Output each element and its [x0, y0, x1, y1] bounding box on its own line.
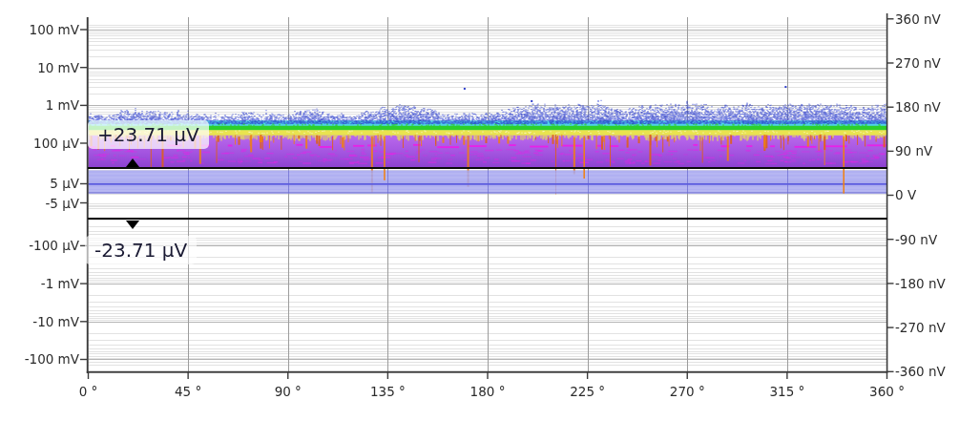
right-axis-tick-label: -270 nV	[895, 319, 946, 336]
left-axis-tick-label: -10 mV	[0, 313, 79, 330]
left-axis-tick-label: 1 mV	[0, 96, 79, 114]
left-axis-tick-label: 100 µV	[0, 135, 79, 152]
right-axis-tick-label: -180 nV	[895, 275, 946, 292]
x-axis-tick-label: 90 °	[255, 383, 322, 400]
right-axis-tick-label: 90 nV	[895, 142, 932, 159]
right-axis-tick-label: 0 V	[895, 186, 916, 203]
right-axis-tick-label: 360 nV	[895, 11, 941, 28]
left-axis-tick-label: -100 µV	[0, 237, 79, 254]
x-axis-tick-label: 270 °	[654, 383, 720, 400]
plot-canvas[interactable]	[0, 0, 980, 421]
x-axis-tick-label: 225 °	[554, 383, 621, 400]
x-axis-tick-label: 315 °	[754, 383, 821, 400]
upper-marker-label[interactable]: +23.71 µV	[88, 120, 209, 149]
left-axis-tick-label: 5 µV	[0, 175, 79, 192]
upper-marker-value: +23.71 µV	[97, 123, 199, 146]
x-axis-tick-label: 135 °	[354, 383, 421, 400]
measurement-plot: 100 mV10 mV1 mV100 µV5 µV-5 µV-100 µV-1 …	[0, 0, 980, 421]
lower-marker-label[interactable]: -23.71 µV	[85, 236, 197, 264]
lower-marker-line[interactable]	[88, 218, 887, 220]
lower-marker-value: -23.71 µV	[94, 239, 187, 262]
x-axis-tick-label: 360 °	[854, 383, 921, 400]
upper-marker-handle-icon[interactable]	[126, 158, 139, 167]
left-axis-tick-label: -5 µV	[0, 195, 79, 212]
right-axis-tick-label: 270 nV	[895, 54, 941, 72]
right-axis-tick-label: -90 nV	[895, 231, 937, 248]
lower-marker-handle-icon[interactable]	[126, 221, 139, 229]
x-axis-tick-label: 180 °	[454, 383, 521, 400]
upper-marker-line[interactable]	[88, 167, 887, 169]
left-axis-tick-label: -1 mV	[0, 275, 79, 292]
x-axis-tick-label: 45 °	[155, 383, 221, 400]
left-axis-tick-label: 100 mV	[0, 21, 79, 38]
right-axis-tick-label: -360 nV	[895, 363, 946, 380]
x-axis-tick-label: 0 °	[55, 383, 122, 400]
left-axis-tick-label: -100 mV	[0, 350, 79, 368]
left-axis-tick-label: 10 mV	[0, 59, 79, 76]
right-axis-tick-label: 180 nV	[895, 98, 941, 116]
